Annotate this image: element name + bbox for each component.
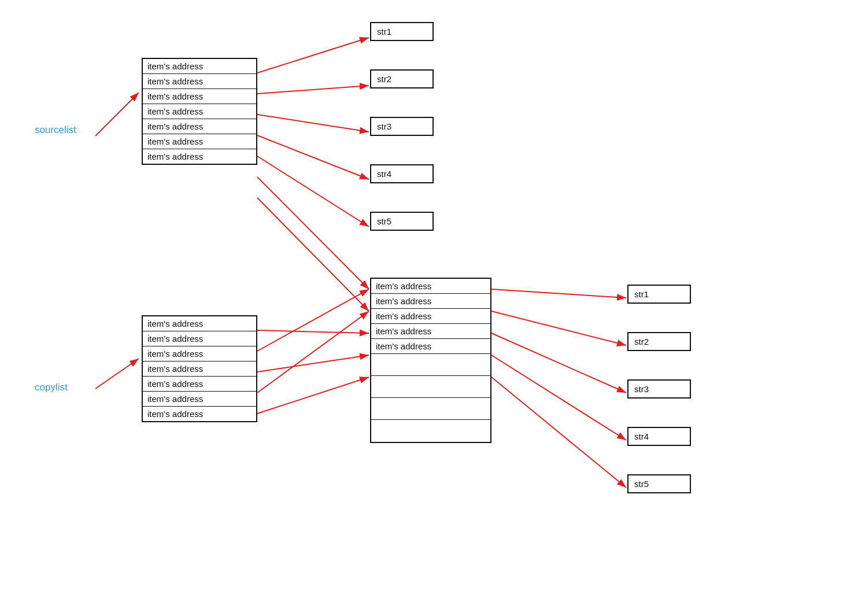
list-item: item's address [143, 89, 256, 104]
svg-line-5 [257, 135, 369, 179]
list-item: item's address [371, 279, 490, 294]
sourcelist-box: item's address item's address item's add… [142, 58, 257, 165]
copylist-box: item's address item's address item's add… [142, 315, 257, 422]
str-box-4: str4 [370, 164, 434, 183]
svg-line-16 [491, 311, 626, 345]
list-item: item's address [371, 339, 490, 354]
svg-line-14 [257, 377, 369, 414]
list-item: item's address [143, 362, 256, 377]
str-box-5: str5 [370, 212, 434, 231]
list-item: item's address [371, 294, 490, 309]
svg-line-2 [257, 38, 369, 73]
svg-line-9 [95, 359, 139, 389]
svg-line-1 [95, 93, 139, 136]
svg-line-17 [491, 333, 626, 393]
list-item: item's address [143, 407, 256, 421]
list-item: item's address [143, 392, 256, 407]
list-item: item's address [371, 324, 490, 339]
svg-line-3 [257, 86, 369, 94]
str-box-2: str2 [370, 69, 434, 88]
list-item-empty [371, 376, 490, 398]
str-box-3: str3 [370, 117, 434, 136]
svg-line-11 [257, 289, 369, 351]
str-box-1: str1 [370, 22, 434, 41]
right-str-box-1: str1 [627, 285, 691, 304]
svg-line-10 [257, 330, 369, 333]
svg-line-7 [257, 177, 369, 289]
list-item: item's address [143, 149, 256, 164]
list-item-empty [371, 398, 490, 420]
list-item: item's address [143, 346, 256, 362]
list-item: item's address [143, 377, 256, 392]
svg-line-15 [491, 289, 626, 298]
middle-list-box: item's address item's address item's add… [370, 278, 491, 443]
right-str-box-3: str3 [627, 379, 691, 399]
copylist-label: copylist [35, 382, 68, 393]
list-item: item's address [143, 59, 256, 74]
list-item: item's address [143, 104, 256, 119]
list-item: item's address [143, 331, 256, 346]
list-item: item's address [143, 74, 256, 89]
list-item-empty [371, 354, 490, 376]
svg-line-8 [257, 198, 369, 311]
svg-line-6 [257, 156, 369, 227]
list-item-empty [371, 420, 490, 442]
right-str-box-5: str5 [627, 474, 691, 493]
list-item: item's address [371, 309, 490, 324]
sourcelist-label: sourcelist [35, 124, 76, 136]
diagram: sourcelist copylist item's address item'… [0, 0, 854, 616]
svg-line-19 [491, 377, 626, 488]
svg-line-13 [257, 311, 369, 393]
svg-line-18 [491, 355, 626, 440]
svg-line-4 [257, 115, 369, 132]
list-item: item's address [143, 119, 256, 134]
right-str-box-2: str2 [627, 332, 691, 351]
list-item: item's address [143, 134, 256, 149]
list-item: item's address [143, 316, 256, 331]
svg-line-12 [257, 355, 369, 372]
right-str-box-4: str4 [627, 427, 691, 446]
